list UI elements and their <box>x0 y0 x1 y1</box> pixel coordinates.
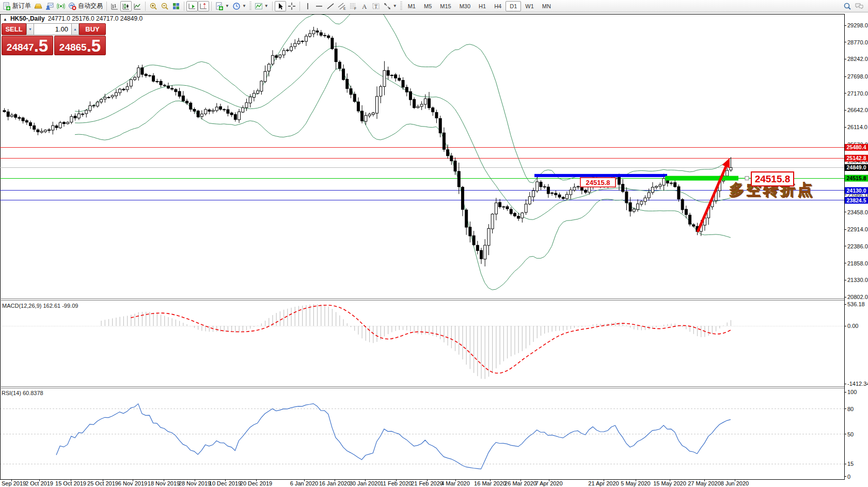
svg-text:21858.0: 21858.0 <box>847 260 868 266</box>
blue-level-ray[interactable] <box>534 174 667 177</box>
trendline-button[interactable] <box>325 1 336 11</box>
zoom-in-icon <box>149 2 157 10</box>
svg-text:15 May 2020: 15 May 2020 <box>653 480 686 486</box>
vertical-line-button[interactable] <box>302 1 313 11</box>
sell-button[interactable]: SELL <box>2 23 26 35</box>
green-level-ray[interactable] <box>665 176 738 181</box>
svg-text:20802.0: 20802.0 <box>847 294 868 300</box>
crosshair-icon <box>288 2 296 10</box>
dropdown-caret-icon: ▼ <box>242 4 246 8</box>
auto-scroll-button[interactable] <box>186 1 198 11</box>
sell-price-panel[interactable]: 24847 .5 <box>2 36 53 55</box>
svg-text:15 Oct 2019: 15 Oct 2019 <box>55 480 86 486</box>
svg-text:-1412.34: -1412.34 <box>847 381 868 387</box>
fibonacci-icon: F <box>349 2 357 10</box>
timeframe-m5[interactable]: M5 <box>420 1 436 11</box>
toolbar-separator <box>106 2 107 11</box>
line-chart-button[interactable] <box>132 1 143 11</box>
svg-text:11 Feb 2020: 11 Feb 2020 <box>381 480 412 486</box>
svg-text:21330.0: 21330.0 <box>847 277 868 283</box>
chat-icon[interactable] <box>855 2 864 10</box>
svg-text:26114.0: 26114.0 <box>847 124 867 130</box>
svg-text:23824.5: 23824.5 <box>847 197 866 203</box>
indicators-button[interactable]: ▼ <box>253 1 270 11</box>
svg-text:27 May 2020: 27 May 2020 <box>688 480 721 486</box>
svg-text:F: F <box>354 7 356 10</box>
timeframe-m15[interactable]: M15 <box>436 1 455 11</box>
toolbar-grip[interactable] <box>249 2 251 11</box>
volume-decrease-button[interactable]: ▼ <box>26 23 34 35</box>
vertical-line-icon <box>304 2 312 10</box>
caret-down-icon: ▼ <box>28 27 32 31</box>
toolbar-grip[interactable] <box>400 2 402 11</box>
time-axis[interactable]: 9 Sep 20192 Oct 201915 Oct 201925 Oct 20… <box>0 479 749 486</box>
timeframe-m1[interactable]: M1 <box>404 1 420 11</box>
svg-text:0: 0 <box>847 474 850 480</box>
candlestick-chart-button[interactable] <box>120 1 132 11</box>
crosshair-button[interactable] <box>286 1 297 11</box>
timeframe-w1[interactable]: W1 <box>521 1 538 11</box>
timeframe-d1[interactable]: D1 <box>506 1 521 11</box>
timeframe-h1[interactable]: H1 <box>475 1 490 11</box>
timeframe-h4[interactable]: H4 <box>490 1 506 11</box>
auto-trading-icon <box>68 2 76 10</box>
buy-button[interactable]: BUY <box>79 23 106 35</box>
toolbar-separator <box>145 2 146 11</box>
trendline-icon <box>326 2 335 10</box>
signal-icon <box>57 2 65 10</box>
equidistant-channel-button[interactable]: E <box>336 1 348 11</box>
caret-up-icon: ▲ <box>73 27 77 31</box>
volume-input[interactable] <box>34 23 71 35</box>
new-order-icon <box>3 2 11 10</box>
sell-price-main: 24847 <box>7 41 34 54</box>
cursor-button[interactable] <box>275 1 286 11</box>
svg-text:6 Jan 2020: 6 Jan 2020 <box>290 480 318 486</box>
new-chart-button[interactable]: ▼ <box>214 1 231 11</box>
new-order-label: 新订单 <box>12 2 31 10</box>
fibonacci-button[interactable]: F <box>348 1 359 11</box>
auto-trading-button[interactable]: 自动交易 <box>67 1 104 11</box>
search-icon[interactable] <box>843 2 851 10</box>
svg-text:26642.0: 26642.0 <box>847 107 868 113</box>
chart-shift-button[interactable] <box>198 1 209 11</box>
text-button[interactable]: A <box>359 1 370 11</box>
chart-profiles-button[interactable]: ▼ <box>231 1 248 11</box>
timeframe-m30[interactable]: M30 <box>455 1 475 11</box>
svg-text:28242.0: 28242.0 <box>847 56 868 62</box>
arrows-button[interactable]: ▼ <box>382 1 399 11</box>
text-label-button[interactable]: T <box>370 1 382 11</box>
buy-price-panel[interactable]: 24865 .5 <box>54 36 106 55</box>
new-order-button[interactable]: 新订单 <box>1 1 33 11</box>
svg-text:25480.4: 25480.4 <box>847 144 866 150</box>
arrows-icon <box>383 2 391 10</box>
ray-end-marker <box>745 177 749 180</box>
svg-text:0.00: 0.00 <box>847 323 858 329</box>
buy-price-main: 24865 <box>59 41 87 54</box>
candlestick-icon <box>122 2 130 10</box>
svg-text:28770.0: 28770.0 <box>847 39 868 45</box>
gold-bar-icon <box>34 2 42 10</box>
svg-text:24515.8: 24515.8 <box>586 179 610 186</box>
volume-increase-button[interactable]: ▲ <box>71 23 79 35</box>
data-window-button[interactable] <box>44 1 55 11</box>
chart-canvas[interactable]: 多空转折点多空转折点24515.824515.829298.028770.028… <box>0 0 868 487</box>
svg-text:25142.8: 25142.8 <box>847 155 866 161</box>
svg-text:29298.0: 29298.0 <box>847 22 868 28</box>
bar-chart-button[interactable] <box>109 1 120 11</box>
svg-text:10 Dec 2019: 10 Dec 2019 <box>209 480 241 486</box>
strategy-tester-button[interactable] <box>55 1 67 11</box>
zoom-out-button[interactable] <box>159 1 170 11</box>
svg-text:24130.0: 24130.0 <box>847 187 866 194</box>
svg-text:16 Jan 2020: 16 Jan 2020 <box>319 480 351 486</box>
svg-text:15: 15 <box>847 461 854 467</box>
market-watch-button[interactable] <box>33 1 44 11</box>
tile-windows-button[interactable] <box>170 1 182 11</box>
svg-text:24515.8: 24515.8 <box>755 174 791 184</box>
timeframe-mn[interactable]: MN <box>538 1 555 11</box>
svg-text:23458.0: 23458.0 <box>847 209 868 215</box>
horizontal-line-button[interactable] <box>313 1 325 11</box>
zoom-in-button[interactable] <box>148 1 159 11</box>
collapse-arrow-icon[interactable]: ▲ <box>3 17 7 22</box>
svg-text:24515.8: 24515.8 <box>847 175 866 181</box>
one-click-trading-panel: SELL ▼ ▲ BUY 24847 .5 24865 .5 <box>2 23 106 55</box>
